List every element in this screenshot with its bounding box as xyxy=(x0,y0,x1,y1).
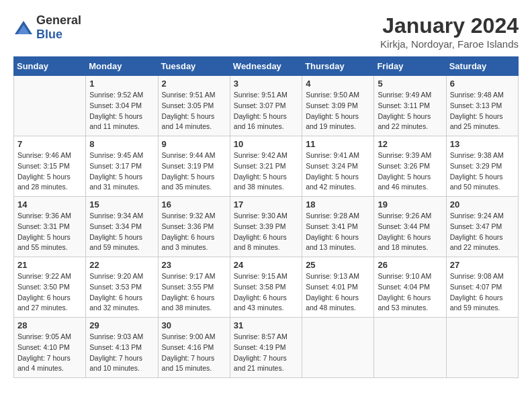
day-info: Sunrise: 9:28 AMSunset: 3:41 PMDaylight:… xyxy=(306,211,370,253)
calendar-cell: 27Sunrise: 9:08 AMSunset: 4:07 PMDayligh… xyxy=(446,257,518,318)
calendar-cell: 9Sunrise: 9:44 AMSunset: 3:19 PMDaylight… xyxy=(158,136,230,197)
day-info: Sunrise: 9:36 AMSunset: 3:31 PMDaylight:… xyxy=(17,211,82,253)
weekday-header: Wednesday xyxy=(230,57,302,76)
day-info: Sunrise: 9:00 AMSunset: 4:16 PMDaylight:… xyxy=(162,332,226,374)
day-number: 28 xyxy=(17,320,82,330)
calendar-cell: 4Sunrise: 9:50 AMSunset: 3:09 PMDaylight… xyxy=(302,76,374,136)
day-info: Sunrise: 9:42 AMSunset: 3:21 PMDaylight:… xyxy=(234,150,298,193)
calendar-week-row: 21Sunrise: 9:22 AMSunset: 3:50 PMDayligh… xyxy=(14,257,519,318)
day-number: 8 xyxy=(89,139,154,149)
calendar-cell: 20Sunrise: 9:24 AMSunset: 3:47 PMDayligh… xyxy=(446,197,518,257)
calendar-cell: 7Sunrise: 9:46 AMSunset: 3:15 PMDaylight… xyxy=(14,136,86,197)
day-number: 22 xyxy=(89,260,154,270)
weekday-header: Thursday xyxy=(302,57,374,76)
day-number: 18 xyxy=(306,199,370,210)
day-number: 20 xyxy=(450,199,515,210)
day-number: 6 xyxy=(450,79,515,89)
day-number: 12 xyxy=(378,139,442,149)
day-number: 16 xyxy=(162,199,226,210)
calendar-cell: 28Sunrise: 9:05 AMSunset: 4:10 PMDayligh… xyxy=(14,318,86,378)
day-info: Sunrise: 9:08 AMSunset: 4:07 PMDaylight:… xyxy=(450,271,515,314)
calendar-body: 1Sunrise: 9:52 AMSunset: 3:04 PMDaylight… xyxy=(14,76,519,378)
calendar-header-row: SundayMondayTuesdayWednesdayThursdayFrid… xyxy=(14,57,519,76)
day-number: 14 xyxy=(17,199,82,210)
day-number: 24 xyxy=(234,260,298,270)
calendar-cell: 16Sunrise: 9:32 AMSunset: 3:36 PMDayligh… xyxy=(158,197,230,257)
weekday-header: Sunday xyxy=(14,57,86,76)
month-title: January 2024 xyxy=(380,13,519,38)
calendar-cell: 29Sunrise: 9:03 AMSunset: 4:13 PMDayligh… xyxy=(86,318,158,378)
day-number: 13 xyxy=(450,139,515,149)
day-number: 31 xyxy=(234,320,298,330)
calendar-cell: 1Sunrise: 9:52 AMSunset: 3:04 PMDaylight… xyxy=(86,76,158,136)
day-info: Sunrise: 9:34 AMSunset: 3:34 PMDaylight:… xyxy=(89,211,154,253)
day-info: Sunrise: 9:24 AMSunset: 3:47 PMDaylight:… xyxy=(450,211,515,253)
calendar-cell xyxy=(374,318,446,378)
calendar-week-row: 1Sunrise: 9:52 AMSunset: 3:04 PMDaylight… xyxy=(14,76,519,136)
calendar-cell: 5Sunrise: 9:49 AMSunset: 3:11 PMDaylight… xyxy=(374,76,446,136)
day-info: Sunrise: 9:26 AMSunset: 3:44 PMDaylight:… xyxy=(378,211,442,253)
location-title: Kirkja, Nordoyar, Faroe Islands xyxy=(380,38,519,50)
day-number: 19 xyxy=(378,199,442,210)
weekday-header: Monday xyxy=(86,57,158,76)
weekday-header: Saturday xyxy=(446,57,518,76)
calendar-cell: 22Sunrise: 9:20 AMSunset: 3:53 PMDayligh… xyxy=(86,257,158,318)
day-number: 27 xyxy=(450,260,515,270)
logo-icon xyxy=(13,19,34,36)
calendar-table: SundayMondayTuesdayWednesdayThursdayFrid… xyxy=(13,56,519,378)
day-info: Sunrise: 9:03 AMSunset: 4:13 PMDaylight:… xyxy=(89,332,154,374)
calendar-cell: 17Sunrise: 9:30 AMSunset: 3:39 PMDayligh… xyxy=(230,197,302,257)
logo: General Blue xyxy=(13,13,81,42)
calendar-week-row: 14Sunrise: 9:36 AMSunset: 3:31 PMDayligh… xyxy=(14,197,519,257)
day-info: Sunrise: 9:51 AMSunset: 3:07 PMDaylight:… xyxy=(234,90,298,132)
day-number: 7 xyxy=(17,139,82,149)
day-info: Sunrise: 9:38 AMSunset: 3:29 PMDaylight:… xyxy=(450,150,515,193)
day-info: Sunrise: 9:17 AMSunset: 3:55 PMDaylight:… xyxy=(162,271,226,314)
calendar-week-row: 7Sunrise: 9:46 AMSunset: 3:15 PMDaylight… xyxy=(14,136,519,197)
weekday-header: Friday xyxy=(374,57,446,76)
day-number: 2 xyxy=(162,79,226,89)
day-number: 30 xyxy=(162,320,226,330)
calendar-cell: 31Sunrise: 8:57 AMSunset: 4:19 PMDayligh… xyxy=(230,318,302,378)
calendar-cell: 30Sunrise: 9:00 AMSunset: 4:16 PMDayligh… xyxy=(158,318,230,378)
calendar-cell xyxy=(14,76,86,136)
calendar-cell: 11Sunrise: 9:41 AMSunset: 3:24 PMDayligh… xyxy=(302,136,374,197)
calendar-cell: 23Sunrise: 9:17 AMSunset: 3:55 PMDayligh… xyxy=(158,257,230,318)
day-info: Sunrise: 9:49 AMSunset: 3:11 PMDaylight:… xyxy=(378,90,442,132)
day-info: Sunrise: 9:30 AMSunset: 3:39 PMDaylight:… xyxy=(234,211,298,253)
logo-text: General Blue xyxy=(36,13,81,42)
day-info: Sunrise: 9:52 AMSunset: 3:04 PMDaylight:… xyxy=(89,90,154,132)
day-number: 11 xyxy=(306,139,370,149)
day-number: 5 xyxy=(378,79,442,89)
weekday-header: Tuesday xyxy=(158,57,230,76)
calendar-cell: 2Sunrise: 9:51 AMSunset: 3:05 PMDaylight… xyxy=(158,76,230,136)
day-info: Sunrise: 9:45 AMSunset: 3:17 PMDaylight:… xyxy=(89,150,154,193)
day-info: Sunrise: 9:50 AMSunset: 3:09 PMDaylight:… xyxy=(306,90,370,132)
day-info: Sunrise: 9:44 AMSunset: 3:19 PMDaylight:… xyxy=(162,150,226,193)
day-info: Sunrise: 9:20 AMSunset: 3:53 PMDaylight:… xyxy=(89,271,154,314)
day-number: 29 xyxy=(89,320,154,330)
calendar-cell xyxy=(302,318,374,378)
day-number: 25 xyxy=(306,260,370,270)
calendar-cell: 18Sunrise: 9:28 AMSunset: 3:41 PMDayligh… xyxy=(302,197,374,257)
calendar-cell: 10Sunrise: 9:42 AMSunset: 3:21 PMDayligh… xyxy=(230,136,302,197)
calendar-cell: 25Sunrise: 9:13 AMSunset: 4:01 PMDayligh… xyxy=(302,257,374,318)
calendar-cell: 3Sunrise: 9:51 AMSunset: 3:07 PMDaylight… xyxy=(230,76,302,136)
calendar-cell: 12Sunrise: 9:39 AMSunset: 3:26 PMDayligh… xyxy=(374,136,446,197)
day-info: Sunrise: 9:10 AMSunset: 4:04 PMDaylight:… xyxy=(378,271,442,314)
day-number: 23 xyxy=(162,260,226,270)
day-info: Sunrise: 8:57 AMSunset: 4:19 PMDaylight:… xyxy=(234,332,298,374)
calendar-cell: 8Sunrise: 9:45 AMSunset: 3:17 PMDaylight… xyxy=(86,136,158,197)
calendar-cell: 26Sunrise: 9:10 AMSunset: 4:04 PMDayligh… xyxy=(374,257,446,318)
day-info: Sunrise: 9:41 AMSunset: 3:24 PMDaylight:… xyxy=(306,150,370,193)
day-number: 21 xyxy=(17,260,82,270)
day-number: 4 xyxy=(306,79,370,89)
day-number: 17 xyxy=(234,199,298,210)
day-info: Sunrise: 9:51 AMSunset: 3:05 PMDaylight:… xyxy=(162,90,226,132)
calendar-cell: 13Sunrise: 9:38 AMSunset: 3:29 PMDayligh… xyxy=(446,136,518,197)
day-info: Sunrise: 9:05 AMSunset: 4:10 PMDaylight:… xyxy=(17,332,82,374)
calendar-cell: 14Sunrise: 9:36 AMSunset: 3:31 PMDayligh… xyxy=(14,197,86,257)
day-number: 1 xyxy=(89,79,154,89)
day-info: Sunrise: 9:15 AMSunset: 3:58 PMDaylight:… xyxy=(234,271,298,314)
title-area: January 2024 Kirkja, Nordoyar, Faroe Isl… xyxy=(380,13,519,50)
